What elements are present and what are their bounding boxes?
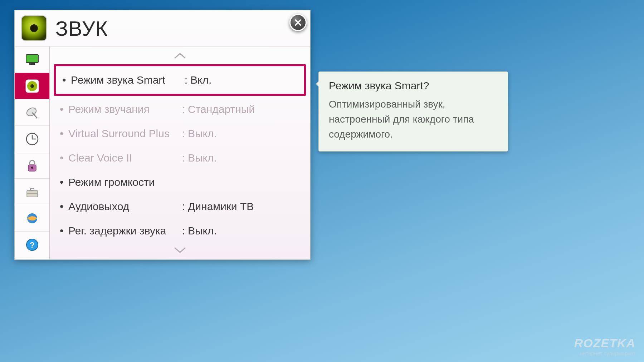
window-header: ЗВУК xyxy=(15,10,310,46)
watermark-sub: интернет супермаркет xyxy=(574,350,635,356)
page-title: ЗВУК xyxy=(55,16,108,40)
sidebar: ? xyxy=(15,46,50,259)
svg-rect-0 xyxy=(26,55,38,63)
menu-item-audio-output[interactable]: • Аудиовыход : Динамики ТВ xyxy=(53,194,307,219)
tooltip-body: Оптимизированный звук, настроенный для к… xyxy=(329,97,498,142)
toolbox-icon xyxy=(24,184,40,200)
close-button[interactable] xyxy=(289,14,307,31)
watermark: ROZETKA интернет супермаркет xyxy=(574,336,635,356)
speaker-icon xyxy=(21,15,47,41)
menu-item-value: Выкл. xyxy=(188,152,300,164)
chevron-up-icon xyxy=(173,52,187,60)
sidebar-item-lock[interactable] xyxy=(15,152,49,179)
menu-item-smart-sound[interactable]: • Режим звука Smart : Вкл. xyxy=(54,64,306,96)
menu-item-label: Аудиовыход xyxy=(68,200,179,213)
menu-item-virtual-surround[interactable]: • Virtual Surround Plus : Выкл. xyxy=(53,122,307,146)
menu-item-av-sync[interactable]: • Рег. задержки звука : Выкл. xyxy=(53,219,307,243)
svg-rect-1 xyxy=(29,63,35,65)
svg-point-4 xyxy=(30,84,34,88)
menu-item-label: Рег. задержки звука xyxy=(68,225,179,237)
menu-item-label: Режим звучания xyxy=(68,103,179,115)
svg-rect-13 xyxy=(30,188,34,190)
sidebar-item-time[interactable] xyxy=(15,126,49,152)
scroll-up-button[interactable] xyxy=(53,49,307,63)
menu-item-volume-mode[interactable]: • Режим громкости xyxy=(53,170,307,194)
menu-item-label: Clear Voice II xyxy=(68,152,179,164)
menu-item-value: Выкл. xyxy=(188,128,300,140)
settings-window: ЗВУК xyxy=(14,10,311,260)
chevron-down-icon xyxy=(173,246,187,254)
menu-item-label: Режим громкости xyxy=(68,176,179,188)
menu-item-value: Вкл. xyxy=(190,74,298,86)
sidebar-item-support[interactable]: ? xyxy=(15,232,49,258)
menu-item-value: Динамики ТВ xyxy=(188,200,300,213)
speaker-icon xyxy=(24,78,40,94)
svg-rect-12 xyxy=(27,190,38,197)
menu-item-sound-mode[interactable]: • Режим звучания : Стандартный xyxy=(53,97,307,122)
sidebar-item-options[interactable] xyxy=(15,179,49,205)
sidebar-item-sound[interactable] xyxy=(15,73,49,99)
menu-item-label: Virtual Surround Plus xyxy=(68,128,179,140)
svg-point-11 xyxy=(31,167,33,169)
main-panel: • Режим звука Smart : Вкл. • Режим звуча… xyxy=(50,46,310,259)
menu-item-value: Стандартный xyxy=(188,103,300,115)
window-body: ? • Режим звука Smart : Вкл. • Режи xyxy=(15,46,310,259)
sidebar-item-network[interactable] xyxy=(15,205,49,232)
tooltip-title: Режим звука Smart? xyxy=(329,80,498,92)
help-tooltip: Режим звука Smart? Оптимизированный звук… xyxy=(318,71,508,152)
network-icon xyxy=(24,210,40,226)
sidebar-item-channels[interactable] xyxy=(15,99,49,126)
clock-icon xyxy=(24,131,40,147)
menu-item-clear-voice[interactable]: • Clear Voice II : Выкл. xyxy=(53,146,307,170)
close-icon xyxy=(294,19,302,26)
help-icon: ? xyxy=(24,237,40,253)
menu-item-label: Режим звука Smart xyxy=(71,74,182,86)
menu-list: • Режим звука Smart : Вкл. • Режим звуча… xyxy=(53,63,307,243)
svg-text:?: ? xyxy=(30,240,34,249)
sidebar-item-picture[interactable] xyxy=(15,46,49,73)
lock-icon xyxy=(24,158,40,173)
watermark-brand: ROZETKA xyxy=(574,336,635,350)
satellite-icon xyxy=(24,105,40,120)
scroll-down-button[interactable] xyxy=(53,243,307,257)
tv-icon xyxy=(24,52,40,68)
svg-point-5 xyxy=(25,106,37,117)
menu-item-value: Выкл. xyxy=(188,225,300,237)
